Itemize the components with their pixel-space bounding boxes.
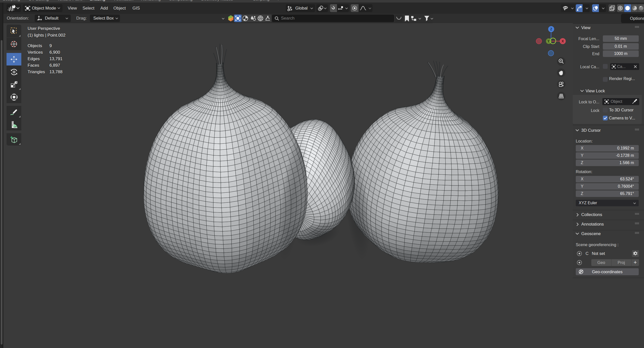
svg-text:Z: Z <box>550 27 552 31</box>
svg-text:X: X <box>561 39 564 43</box>
svg-text:Y: Y <box>547 39 550 43</box>
